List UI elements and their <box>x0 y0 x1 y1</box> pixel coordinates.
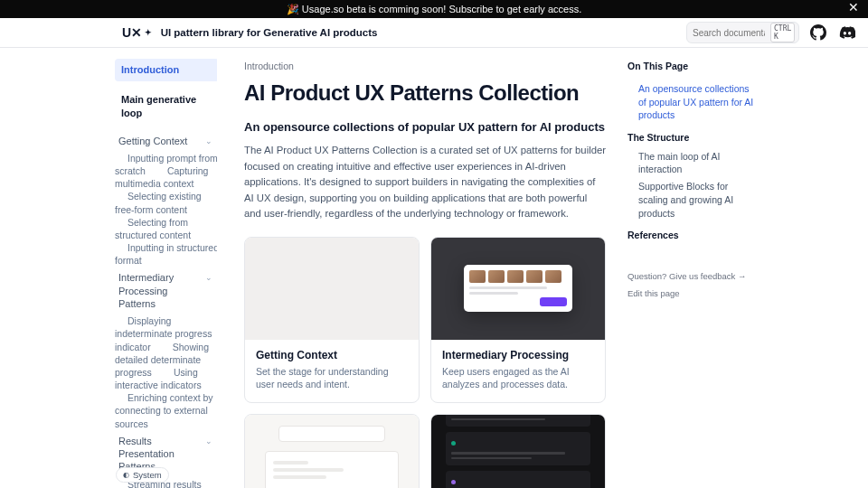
main-content: Introduction AI Product UX Patterns Coll… <box>217 48 624 488</box>
card-presenting-results[interactable]: Presenting Results <box>244 414 420 488</box>
topbar: U✕ ✦ UI pattern library for Generative A… <box>0 18 868 48</box>
banner-text[interactable]: 🎉 Usage.so beta is comming soon! Subscri… <box>287 4 581 14</box>
card-desc: Keep users engaged as the AI analyzes an… <box>442 365 594 391</box>
card-title: Getting Context <box>256 349 408 361</box>
card-getting-context[interactable]: Getting Context Set the stage for unders… <box>244 237 420 403</box>
sidebar: Introduction Main generative loop Gettin… <box>0 48 217 488</box>
page-title: AI Product UX Patterns Collection <box>244 80 606 106</box>
sidebar-item-main-loop[interactable]: Main generative loop <box>115 89 217 125</box>
chevron-down-icon: ⌄ <box>205 436 212 447</box>
announcement-banner: 🎉 Usage.so beta is comming soon! Subscri… <box>0 0 868 18</box>
intro-paragraph: The AI Product UX Patterns Collection is… <box>244 143 606 222</box>
card-thumbnail <box>245 415 419 488</box>
close-icon[interactable]: ✕ <box>848 2 859 13</box>
card-thumbnail <box>431 238 605 340</box>
site-title[interactable]: UI pattern library for Generative AI pro… <box>161 27 378 38</box>
edit-page-link[interactable]: Edit this page <box>627 288 760 298</box>
chevron-down-icon: ⌄ <box>205 273 212 284</box>
card-desc: Set the stage for understanding user nee… <box>256 365 408 391</box>
breadcrumb: Introduction <box>244 61 606 71</box>
card-intermediary-processing[interactable]: Intermediary Processing Keep users engag… <box>430 237 606 403</box>
page-subtitle: An opensource collections of popular UX … <box>244 120 606 134</box>
feedback-link[interactable]: Question? Give us feedback → <box>627 271 760 281</box>
card-thumbnail <box>431 415 605 488</box>
chevron-down-icon: ⌄ <box>205 136 212 147</box>
theme-selector[interactable]: ◐ System <box>116 467 169 483</box>
sidebar-sub[interactable]: Inputting in structured format <box>115 239 217 269</box>
toc-item-structure[interactable]: The Structure <box>627 129 760 146</box>
toc-item-active[interactable]: An opensource collections of popular UX … <box>627 80 760 124</box>
logo[interactable]: U✕ ✦ <box>122 25 152 40</box>
discord-icon[interactable] <box>837 23 857 42</box>
theme-icon: ◐ <box>123 471 129 479</box>
search-box[interactable]: CTRL K <box>686 22 799 43</box>
search-kbd: CTRL K <box>770 23 795 42</box>
sidebar-section-intermediary[interactable]: Intermediary Processing Patterns ⌄ <box>115 267 217 314</box>
toc-item-references[interactable]: References <box>627 227 760 244</box>
github-icon[interactable] <box>808 23 828 42</box>
toc: On This Page An opensource collections o… <box>624 48 774 488</box>
toc-heading: On This Page <box>627 61 760 71</box>
sidebar-item-introduction[interactable]: Introduction <box>115 59 217 81</box>
toc-item[interactable]: Supportive Blocks for scaling and growin… <box>627 178 760 221</box>
card-thumbnail <box>245 238 419 340</box>
sparkle-icon: ✦ <box>145 28 152 37</box>
card-grid: Getting Context Set the stage for unders… <box>244 237 606 489</box>
card-version-control[interactable]: Version Control <box>430 414 606 488</box>
sidebar-sub[interactable]: Enriching context by connecting to exter… <box>115 389 213 432</box>
card-title: Intermediary Processing <box>442 349 594 361</box>
search-input[interactable] <box>693 28 765 38</box>
toc-item[interactable]: The main loop of AI interaction <box>627 148 760 178</box>
